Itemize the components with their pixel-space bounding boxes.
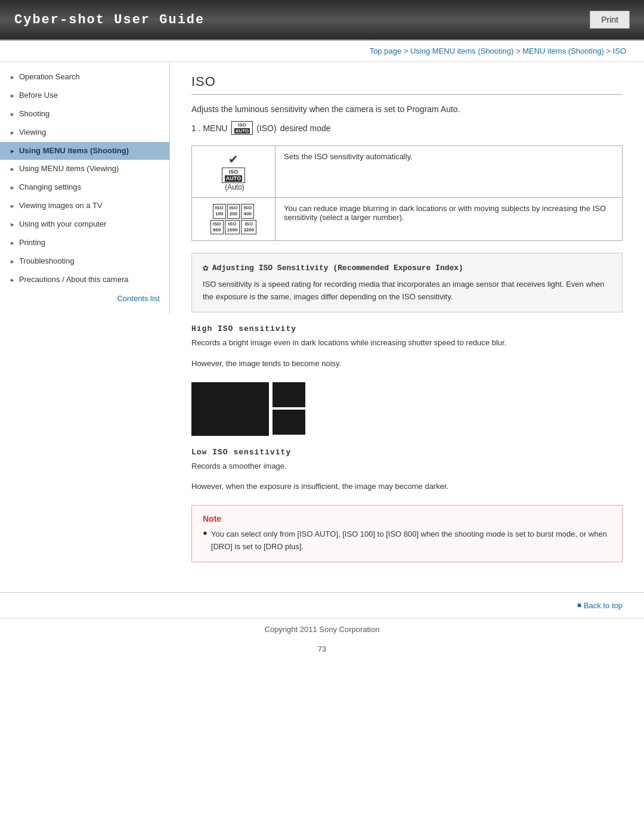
arrow-icon: ►	[10, 110, 16, 118]
back-to-top-label: Back to top	[584, 601, 623, 610]
high-iso-section: High ISO sensitivity Records a bright im…	[191, 324, 623, 370]
high-iso-images	[191, 382, 623, 436]
sidebar-item-troubleshooting[interactable]: ► Troubleshooting	[0, 252, 169, 271]
menu-instruction: 1 . MENU ISO AUTO (ISO) desired mode	[191, 121, 623, 135]
image-small-bottom-dark	[273, 410, 305, 435]
sidebar-item-changing-settings[interactable]: ► Changing settings	[0, 178, 169, 197]
sidebar-item-shooting[interactable]: ► Shooting	[0, 105, 169, 123]
sidebar-item-using-with-computer[interactable]: ► Using with your computer	[0, 215, 169, 234]
tip-text: ISO sensitivity is a speed rating for re…	[203, 278, 611, 304]
content-area: ISO Adjusts the luminous sensitivity whe…	[170, 62, 644, 592]
sidebar-item-label: Precautions / About this camera	[19, 275, 129, 285]
image-small-top-dark	[273, 382, 305, 407]
desired-mode-label: desired mode	[280, 123, 331, 133]
page-header: Cyber-shot User Guide Print	[0, 0, 644, 41]
iso-numbers-cell: ISO100 ISO200 ISO400 ISO800 ISO1600 ISO3…	[200, 204, 267, 235]
arrow-icon: ►	[10, 92, 16, 100]
table-cell-icon: ISO100 ISO200 ISO400 ISO800 ISO1600 ISO3…	[192, 197, 275, 241]
arrow-icon: ►	[10, 129, 16, 137]
tip-icon: ✿	[203, 262, 209, 274]
table-cell-desc: You can reduce image blurring in dark lo…	[275, 197, 623, 241]
table-cell-icon: ✔ ISO AUTO (Auto)	[192, 146, 275, 198]
contents-list-link[interactable]: Contents list	[0, 289, 169, 308]
table-cell-desc: Sets the ISO sensitivity automatically.	[275, 146, 623, 198]
sidebar: ► Operation Search ► Before Use ► Shooti…	[0, 62, 170, 314]
copyright-text: Copyright 2011 Sony Corporation	[265, 625, 380, 634]
tip-title-text: Adjusting ISO Sensitivity (Recommended E…	[212, 264, 463, 272]
bullet-dot: ●	[203, 528, 208, 553]
sidebar-item-viewing-images-tv[interactable]: ► Viewing images on a TV	[0, 197, 169, 215]
low-iso-title: Low ISO sensitivity	[191, 448, 623, 457]
image-block-left	[191, 382, 305, 436]
sidebar-item-label: Using MENU items (Shooting)	[19, 146, 129, 156]
iso-table: ✔ ISO AUTO (Auto) Sets the ISO sensitivi…	[191, 145, 623, 241]
checkmark-icon: ✔	[228, 152, 239, 166]
arrow-icon: ►	[10, 221, 16, 228]
image-side-dark	[273, 382, 305, 435]
sidebar-item-label: Before Use	[19, 91, 58, 101]
breadcrumb: Top page > Using MENU items (Shooting) >…	[0, 41, 644, 62]
sidebar-item-label: Printing	[19, 238, 45, 248]
table-row: ✔ ISO AUTO (Auto) Sets the ISO sensitivi…	[192, 146, 623, 198]
breadcrumb-link[interactable]: Top page > Using MENU items (Shooting) >…	[370, 47, 626, 55]
arrow-icon: ►	[10, 239, 16, 247]
high-iso-title: High ISO sensitivity	[191, 324, 623, 333]
auto-label: (Auto)	[225, 183, 244, 191]
sidebar-item-label: Operation Search	[19, 72, 80, 82]
sidebar-item-using-menu-shooting[interactable]: ► Using MENU items (Shooting)	[0, 142, 169, 160]
note-title: Note	[203, 514, 611, 524]
iso-range-description: You can reduce image blurring in dark lo…	[284, 204, 606, 222]
note-text: You can select only from [ISO AUTO], [IS…	[211, 528, 611, 553]
iso-label: (ISO)	[256, 123, 276, 133]
intro-text: Adjusts the luminous sensitivity when th…	[191, 104, 623, 114]
iso-auto-description: Sets the ISO sensitivity automatically.	[284, 152, 413, 161]
sidebar-item-label: Troubleshooting	[19, 256, 75, 267]
table-row: ISO100 ISO200 ISO400 ISO800 ISO1600 ISO3…	[192, 197, 623, 241]
image-main-dark	[191, 382, 269, 436]
sidebar-item-before-use[interactable]: ► Before Use	[0, 86, 169, 105]
tip-title: ✿ Adjusting ISO Sensitivity (Recommended…	[203, 262, 611, 274]
sidebar-item-operation-search[interactable]: ► Operation Search	[0, 68, 169, 86]
arrow-icon: ►	[10, 73, 16, 81]
note-box: Note ● You can select only from [ISO AUT…	[191, 505, 623, 562]
page-number: 73	[0, 640, 644, 658]
high-iso-text2: However, the image tends to become noisy…	[191, 358, 623, 370]
footer: ■ Back to top	[0, 592, 644, 618]
arrow-icon: ►	[10, 202, 16, 210]
sidebar-item-viewing[interactable]: ► Viewing	[0, 123, 169, 142]
iso-icon: ISO AUTO	[231, 121, 253, 135]
sidebar-item-label: Using with your computer	[19, 219, 107, 230]
low-iso-text1: Records a smoother image.	[191, 460, 623, 473]
note-bullet: ● You can select only from [ISO AUTO], […	[203, 528, 611, 553]
sidebar-item-label: Shooting	[19, 109, 49, 119]
high-iso-text1: Records a bright image even in dark loca…	[191, 337, 623, 349]
low-iso-section: Low ISO sensitivity Records a smoother i…	[191, 448, 623, 494]
sidebar-item-label: Viewing images on a TV	[19, 201, 103, 211]
arrow-icon: ►	[10, 184, 16, 191]
page-title: ISO	[191, 74, 623, 95]
sidebar-item-label: Using MENU items (Viewing)	[19, 164, 119, 174]
sidebar-item-precautions[interactable]: ► Precautions / About this camera	[0, 271, 169, 289]
site-title: Cyber-shot User Guide	[14, 13, 205, 27]
menu-step-label: 1 . MENU	[191, 123, 228, 133]
arrow-icon: ►	[10, 276, 16, 284]
sidebar-item-label: Changing settings	[19, 182, 81, 193]
back-to-top-icon: ■	[577, 601, 581, 609]
arrow-icon: ►	[10, 258, 16, 265]
sidebar-item-label: Viewing	[19, 128, 46, 138]
sidebar-item-using-menu-viewing[interactable]: ► Using MENU items (Viewing)	[0, 160, 169, 178]
main-layout: ► Operation Search ► Before Use ► Shooti…	[0, 62, 644, 592]
sidebar-item-printing[interactable]: ► Printing	[0, 234, 169, 252]
print-button[interactable]: Print	[590, 11, 630, 29]
back-to-top-link[interactable]: ■ Back to top	[21, 601, 623, 610]
arrow-icon: ►	[10, 165, 16, 173]
low-iso-text2: However, when the exposure is insufficie…	[191, 481, 623, 493]
iso-auto-cell: ✔ ISO AUTO (Auto)	[200, 152, 267, 191]
tip-box: ✿ Adjusting ISO Sensitivity (Recommended…	[191, 253, 623, 312]
arrow-icon: ►	[10, 147, 16, 155]
copyright-bar: Copyright 2011 Sony Corporation	[0, 618, 644, 640]
